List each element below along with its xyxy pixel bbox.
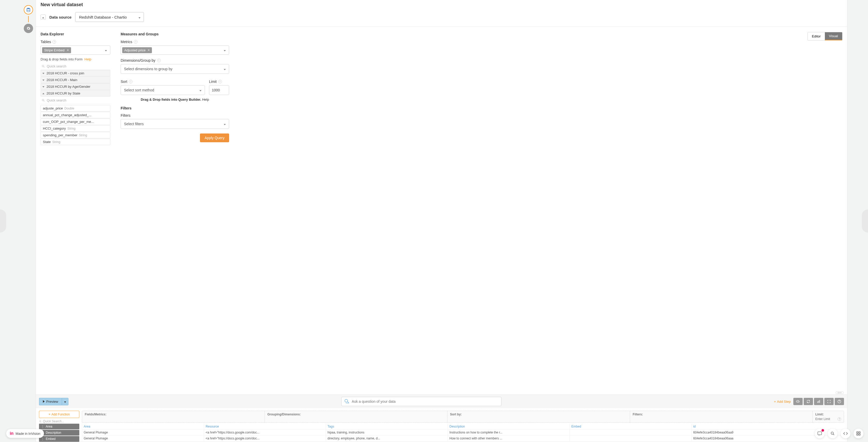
field-item[interactable]: annual_pct_change_adjusted_...	[40, 112, 110, 118]
dropzone-sort[interactable]: Sort by:	[447, 411, 630, 422]
chevron-down-icon	[138, 15, 141, 20]
search-icon	[41, 99, 45, 102]
dnd-help[interactable]: Help	[202, 98, 209, 101]
sort-select[interactable]: Select sort method	[121, 85, 205, 95]
svg-line-11	[41, 421, 41, 422]
search-icon	[39, 420, 42, 423]
dimensions-select[interactable]: Select dimensions to group by	[121, 64, 229, 74]
filters-section-header: Filters	[121, 106, 229, 110]
help-icon[interactable]: ?	[838, 417, 841, 421]
col-header[interactable]: Area	[82, 424, 204, 430]
svg-point-5	[345, 399, 347, 402]
col-header[interactable]: Description	[448, 424, 570, 430]
function-item[interactable]: Embed	[39, 436, 79, 442]
svg-rect-16	[859, 432, 860, 433]
tree-item[interactable]: 2018 HCCUR by State	[40, 90, 110, 97]
chevron-down-icon	[199, 88, 202, 92]
dropzone-filters[interactable]: Filters:	[630, 411, 813, 422]
dropzone-limit[interactable]: Limit: ?	[813, 411, 844, 422]
table-row[interactable]: General Plumage <a href="https://docs.go…	[82, 430, 844, 436]
chevron-down-icon	[64, 400, 66, 404]
tree-item[interactable]: 2018 HCCUR by Age/Gender	[40, 83, 110, 90]
col-header[interactable]: Embed	[570, 424, 691, 430]
drag-hint: Drag & drop fields into Form	[40, 57, 83, 61]
help-button[interactable]	[835, 398, 844, 405]
add-function-button[interactable]: +Add Function	[39, 411, 79, 418]
svg-rect-18	[859, 434, 860, 435]
help-icon[interactable]: ?	[218, 80, 222, 83]
field-item[interactable]: HCCI_categoryString	[40, 125, 110, 132]
database-icon	[26, 7, 31, 12]
cloud-download-button[interactable]	[793, 398, 803, 405]
help-icon[interactable]: ?	[129, 80, 132, 83]
add-step-button[interactable]: +Add Step	[774, 400, 791, 404]
datasource-select[interactable]: Redshift Database - Chartio	[75, 12, 144, 22]
filters-select[interactable]: Select filters	[121, 119, 229, 129]
metrics-label: Metrics	[121, 40, 132, 44]
tree-item[interactable]: 2018 HCCUR - cross join	[40, 70, 110, 76]
prev-page-notch[interactable]	[0, 209, 6, 233]
datasource-value: Redshift Database - Chartio	[79, 15, 127, 20]
metrics-select[interactable]: Adjusted price ✕	[121, 45, 229, 55]
notification-dot	[822, 429, 824, 432]
chevron-down-icon	[224, 67, 226, 71]
help-icon[interactable]: ?	[134, 40, 137, 44]
tables-select[interactable]: Stripe Embed ✕	[40, 45, 110, 55]
field-item[interactable]: adjuste_priceDouble	[40, 105, 110, 111]
svg-rect-7	[818, 401, 819, 403]
help-icon[interactable]: ?	[53, 40, 56, 44]
preview-dropdown[interactable]	[62, 398, 68, 405]
ask-input[interactable]	[352, 399, 499, 404]
svg-rect-6	[817, 402, 818, 403]
next-page-notch[interactable]	[862, 209, 868, 233]
page-title: New virtual dataset	[36, 0, 847, 10]
collapse-datasource-button[interactable]	[40, 14, 46, 20]
table-row[interactable]: General Plumage <a href="https://docs.go…	[82, 436, 844, 441]
limit-input[interactable]	[209, 85, 229, 95]
chevron-up-icon	[42, 15, 44, 19]
chart-button[interactable]	[814, 398, 823, 405]
col-header[interactable]: Resource	[204, 424, 326, 430]
close-icon[interactable]: ✕	[67, 48, 69, 52]
app-logo[interactable]	[24, 5, 33, 14]
limit-input-bottom[interactable]	[815, 417, 833, 421]
apply-query-button[interactable]: Apply Query	[200, 134, 229, 142]
invision-badge[interactable]: in Made in InVision	[6, 429, 44, 438]
chevron-down-icon	[224, 122, 226, 126]
field-search-top[interactable]: Quick search	[40, 63, 110, 70]
help-icon[interactable]: ?	[157, 59, 161, 62]
svg-rect-8	[819, 400, 820, 403]
function-item[interactable]: Area	[39, 424, 79, 429]
field-item[interactable]: StateString	[40, 139, 110, 145]
preview-button[interactable]: Preview	[39, 398, 62, 405]
function-item[interactable]: Description	[39, 430, 79, 436]
mode-editor-tab[interactable]: Editor	[808, 32, 825, 40]
rail-connector	[28, 16, 29, 22]
code-tool-button[interactable]	[841, 429, 850, 438]
expand-icon	[827, 399, 831, 404]
svg-point-13	[831, 432, 833, 434]
grid-icon	[856, 431, 861, 436]
function-search[interactable]: Quick Search...	[39, 419, 79, 423]
field-search-bottom[interactable]: Quick search	[40, 97, 110, 104]
gear-icon	[26, 26, 30, 30]
field-item[interactable]: cum_OOP_pct_change_per_me...	[40, 118, 110, 125]
refresh-button[interactable]	[804, 398, 813, 405]
col-header[interactable]: Tags	[326, 424, 448, 430]
field-item[interactable]: spending_per_memberString	[40, 132, 110, 138]
panel-resize-handle[interactable]	[36, 392, 847, 395]
expand-button[interactable]	[824, 398, 834, 405]
dropzone-grouping[interactable]: Grouping/Dimensions:	[265, 411, 447, 422]
help-link[interactable]: Help	[85, 57, 91, 61]
tables-label: Tables	[40, 40, 51, 44]
dropzone-fields[interactable]: Fields/Metrics:	[82, 411, 265, 422]
comment-tool-button[interactable]	[815, 429, 825, 438]
close-icon[interactable]: ✕	[148, 48, 150, 52]
settings-button[interactable]	[24, 24, 33, 33]
mode-visual-tab[interactable]: Visual	[825, 32, 842, 40]
tree-item[interactable]: 2018 HCCUR - Main	[40, 77, 110, 83]
grid-tool-button[interactable]	[854, 429, 863, 438]
metrics-chip: Adjusted price ✕	[122, 47, 152, 53]
dimensions-label: Dimensions/Group by	[121, 58, 156, 63]
search-tool-button[interactable]	[828, 429, 838, 438]
